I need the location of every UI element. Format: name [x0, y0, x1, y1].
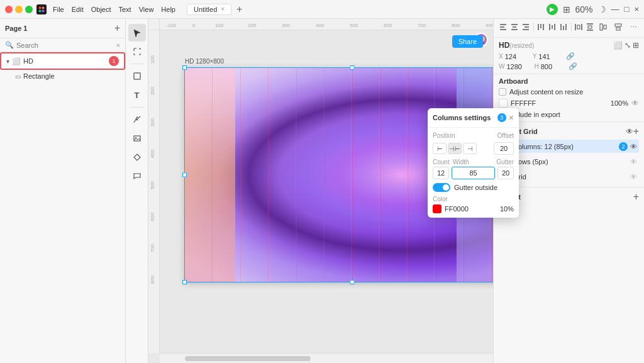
- bg-color-opacity: 100%: [611, 99, 628, 107]
- adjust-content-checkbox[interactable]: [499, 88, 506, 96]
- dark-mode-icon[interactable]: ☽: [598, 4, 606, 14]
- scrollbar-thumb-h[interactable]: [185, 356, 311, 361]
- gutter-outside-row: Gutter outside: [433, 183, 514, 192]
- h-label: H: [534, 63, 538, 70]
- artboard-label: HD 1280×800: [185, 58, 224, 65]
- artboard-more-icon[interactable]: ⊞: [633, 41, 639, 50]
- search-clear-icon[interactable]: ×: [116, 42, 120, 49]
- menu-help[interactable]: Help: [161, 6, 175, 13]
- artboard-section-title: Artboard: [499, 77, 639, 85]
- close-app-icon[interactable]: ×: [634, 4, 639, 14]
- link-wh-icon[interactable]: 🔗: [569, 62, 577, 70]
- minimize-window-btn[interactable]: [15, 6, 23, 13]
- expand-arrow[interactable]: ▾: [6, 58, 9, 65]
- svg-rect-39: [588, 26, 592, 28]
- menu-edit[interactable]: Edit: [72, 6, 84, 13]
- play-button[interactable]: ▶: [547, 4, 558, 15]
- minimize-icon[interactable]: —: [611, 4, 619, 14]
- scale-tool[interactable]: [128, 43, 146, 60]
- bg-color-swatch[interactable]: [499, 99, 508, 108]
- columns-panel-badge: 3: [497, 113, 506, 122]
- color-swatch[interactable]: [433, 204, 441, 213]
- y-input[interactable]: [538, 53, 561, 60]
- columns-eye-btn[interactable]: 👁: [630, 143, 637, 150]
- grid-label: Grid: [513, 173, 628, 181]
- pen-tool[interactable]: [128, 111, 146, 128]
- pos-right-btn[interactable]: ⊣: [463, 143, 477, 154]
- align-top-btn[interactable]: [535, 21, 546, 33]
- restore-icon[interactable]: □: [625, 4, 630, 14]
- share-label: Share: [458, 38, 477, 45]
- layer-badge-hd: 1: [109, 56, 119, 66]
- h-coord: H: [534, 63, 563, 70]
- include-export-row: ✓ Include in export: [499, 111, 639, 118]
- image-tool[interactable]: [128, 130, 146, 147]
- columns-panel-close[interactable]: ×: [509, 113, 514, 123]
- grid-eye-btn[interactable]: 👁: [630, 173, 637, 181]
- count-input[interactable]: [433, 167, 449, 179]
- menu-view[interactable]: View: [139, 6, 154, 13]
- columns-grid-item[interactable]: Columns: 12 (85px) 2 👁: [499, 140, 639, 153]
- extra-align-1[interactable]: [596, 21, 610, 33]
- grid-icon[interactable]: ⊞: [563, 4, 570, 14]
- zoom-level[interactable]: 60%: [575, 4, 593, 14]
- rows-grid-item[interactable]: Rows (5px) 👁: [499, 155, 639, 168]
- extra-align-2[interactable]: [611, 21, 625, 33]
- svg-rect-42: [615, 24, 621, 26]
- maximize-window-btn[interactable]: [25, 6, 33, 13]
- search-bar: 🔍 ×: [0, 38, 125, 52]
- width-input[interactable]: [452, 167, 495, 179]
- layer-item-rectangle[interactable]: ▭ Rectangle: [0, 70, 125, 82]
- menu-object[interactable]: Object: [91, 6, 111, 13]
- w-input[interactable]: [506, 63, 529, 70]
- x-input[interactable]: [505, 53, 528, 60]
- gutter-outside-toggle[interactable]: [433, 183, 450, 192]
- link-coords-icon[interactable]: 🔗: [566, 52, 575, 60]
- align-right-btn[interactable]: [520, 21, 531, 33]
- gutter-input[interactable]: [497, 167, 514, 179]
- component-tool[interactable]: [128, 148, 146, 166]
- search-input[interactable]: [16, 42, 114, 49]
- cursor-tool[interactable]: [128, 24, 146, 42]
- pos-left-btn[interactable]: ⊢: [433, 143, 447, 154]
- share-button[interactable]: Share: [452, 35, 483, 48]
- add-tab-button[interactable]: +: [234, 4, 245, 15]
- tab-untitled[interactable]: Untitled ×: [187, 4, 231, 15]
- add-page-button[interactable]: +: [114, 23, 120, 34]
- align-bottom-btn[interactable]: [558, 21, 569, 33]
- comment-tool[interactable]: [128, 167, 146, 185]
- layer-item-hd[interactable]: ▾ ⬜ HD 1: [0, 52, 125, 70]
- copy-icon[interactable]: ⬜: [613, 41, 623, 50]
- distribute-v-btn[interactable]: [585, 21, 596, 33]
- extra-align-btns: ⋯: [596, 21, 640, 33]
- text-tool[interactable]: T: [128, 86, 146, 104]
- frame-tool[interactable]: [128, 67, 146, 85]
- close-window-btn[interactable]: [5, 6, 13, 13]
- tab-close[interactable]: ×: [221, 6, 225, 13]
- grid-item[interactable]: Grid 👁: [499, 170, 639, 183]
- rectangle-icon: ▭: [15, 73, 21, 80]
- export-add-btn[interactable]: +: [633, 191, 639, 203]
- layout-grid-eye-btn[interactable]: 👁: [626, 127, 633, 136]
- scrollbar-horizontal[interactable]: [160, 353, 493, 363]
- extra-align-3[interactable]: ⋯: [626, 21, 640, 33]
- align-center-h-btn[interactable]: [509, 21, 519, 33]
- offset-input[interactable]: [494, 142, 514, 155]
- layer-name-rectangle: Rectangle: [23, 72, 120, 80]
- svg-rect-0: [36, 4, 47, 14]
- artboard-settings-icon[interactable]: ⤡: [625, 41, 631, 50]
- menu-text[interactable]: Text: [119, 6, 131, 13]
- menu-file[interactable]: File: [53, 6, 64, 13]
- titlebar: File Edit Object Text View Help Untitled…: [0, 0, 644, 19]
- distribute-h-btn[interactable]: [574, 21, 584, 33]
- layers-panel: Page 1 + 🔍 × ▾ ⬜ HD 1 ▭ Rectangle: [0, 19, 126, 363]
- align-center-v-btn[interactable]: [547, 21, 558, 33]
- layout-grid-add-btn[interactable]: +: [633, 126, 639, 137]
- layout-grid-header: Layout Grid 👁 +: [499, 126, 639, 137]
- align-left-btn[interactable]: [497, 21, 508, 33]
- h-input[interactable]: [541, 63, 564, 70]
- bg-color-eye[interactable]: 👁: [631, 99, 639, 108]
- rows-eye-btn[interactable]: 👁: [630, 158, 637, 165]
- pos-center-btn[interactable]: ⊣⊢: [448, 143, 462, 154]
- position-controls-row: ⊢ ⊣⊢ ⊣: [433, 142, 514, 155]
